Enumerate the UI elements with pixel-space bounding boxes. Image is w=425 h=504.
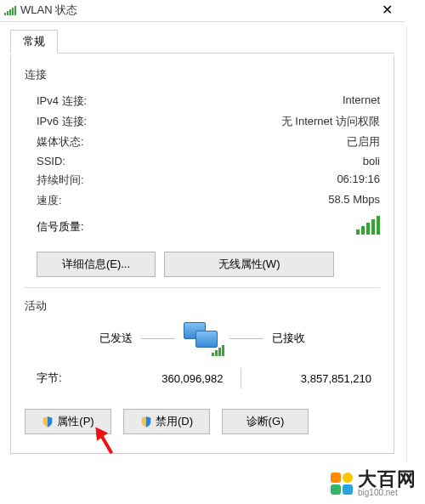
wireless-properties-button[interactable]: 无线属性(W) (164, 252, 334, 277)
bytes-row: 字节: 360,096,982 3,857,851,210 (25, 368, 380, 388)
watermark-name: 大百网 (358, 470, 416, 489)
wlan-status-dialog: WLAN 状态 ✕ 常规 连接 IPv4 连接: Internet IPv6 连… (0, 0, 405, 464)
ipv4-label: IPv4 连接: (37, 93, 87, 109)
watermark-url: big100.net (358, 489, 416, 497)
media-value: 已启用 (347, 134, 380, 150)
mini-signal-icon (212, 345, 224, 356)
media-label: 媒体状态: (37, 134, 84, 150)
svg-rect-4 (14, 6, 16, 15)
panel-general: 连接 IPv4 连接: Internet IPv6 连接: 无 Internet… (10, 55, 394, 454)
section-connection-title: 连接 (25, 67, 380, 82)
row-ssid: SSID: boli (25, 152, 380, 170)
divider (25, 287, 380, 288)
activity-header: 已发送 已接收 (25, 322, 380, 354)
svg-rect-0 (4, 13, 6, 15)
bytes-received-value: 3,857,851,210 (241, 372, 381, 385)
watermark: 大百网 big100.net (331, 470, 416, 497)
right-edge (406, 25, 422, 463)
shield-icon (42, 416, 54, 428)
sent-label: 已发送 (25, 331, 141, 346)
wifi-icon (3, 4, 17, 16)
signal-label: 信号质量: (37, 219, 84, 235)
speed-label: 速度: (37, 193, 62, 208)
bytes-label: 字节: (25, 371, 93, 386)
window-title: WLAN 状态 (20, 3, 77, 18)
bytes-sent-value: 360,096,982 (93, 372, 241, 385)
titlebar: WLAN 状态 ✕ (0, 0, 405, 22)
ipv6-value: 无 Internet 访问权限 (281, 114, 380, 129)
row-ipv4: IPv4 连接: Internet (25, 91, 380, 111)
svg-rect-3 (12, 8, 14, 15)
ipv4-value: Internet (343, 93, 380, 109)
diagnose-button[interactable]: 诊断(G) (222, 409, 309, 434)
row-ipv6: IPv6 连接: 无 Internet 访问权限 (25, 111, 380, 132)
duration-value: 06:19:16 (337, 173, 380, 188)
network-activity-icon (175, 322, 230, 354)
speed-value: 58.5 Mbps (328, 193, 380, 208)
close-button[interactable]: ✕ (377, 2, 398, 18)
tab-general[interactable]: 常规 (10, 30, 58, 54)
diagnose-button-label: 诊断(G) (246, 414, 285, 429)
dash-right (230, 338, 264, 339)
svg-rect-2 (9, 9, 11, 15)
disable-button[interactable]: 禁用(D) (123, 409, 210, 434)
ssid-value: boli (363, 155, 380, 167)
details-button[interactable]: 详细信息(E)... (37, 252, 156, 277)
row-duration: 持续时间: 06:19:16 (25, 170, 380, 190)
ipv6-label: IPv6 连接: (37, 114, 87, 129)
shield-icon (140, 416, 152, 428)
duration-label: 持续时间: (37, 173, 84, 188)
watermark-logo-icon (331, 473, 353, 495)
signal-bars-icon (356, 216, 380, 235)
row-media: 媒体状态: 已启用 (25, 132, 380, 152)
disable-button-label: 禁用(D) (156, 414, 193, 429)
ssid-label: SSID: (37, 155, 65, 167)
tabstrip: 常规 (10, 29, 394, 54)
received-label: 已接收 (264, 331, 380, 346)
row-signal: 信号质量: (25, 211, 380, 240)
svg-rect-1 (7, 11, 8, 15)
section-activity-title: 活动 (25, 298, 380, 314)
properties-button-label: 属性(P) (57, 414, 94, 429)
dash-left (141, 338, 175, 339)
row-speed: 速度: 58.5 Mbps (25, 190, 380, 211)
